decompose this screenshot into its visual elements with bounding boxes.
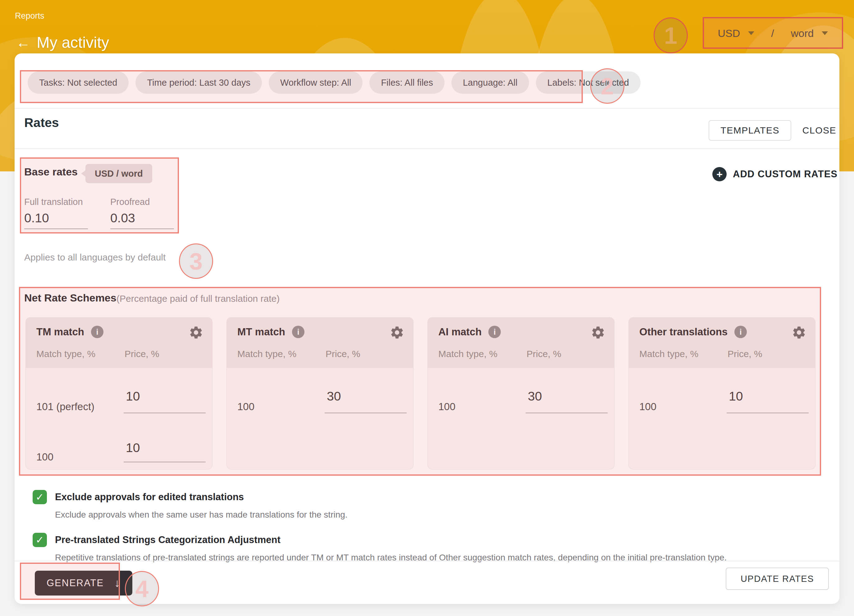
base-rates-title: Base rates [24, 166, 78, 178]
divider [15, 108, 839, 109]
scheme-title-row: TM matchi [37, 326, 104, 338]
base-rates-unit-badge: USD / word [85, 164, 152, 183]
net-rate-schemes-title: Net Rate Schemes [24, 292, 116, 304]
info-icon[interactable]: i [488, 326, 501, 338]
filter-chip[interactable]: Files: All files [369, 71, 445, 94]
filter-chip[interactable]: Workflow step: All [269, 71, 363, 94]
scheme-card: AI matchiMatch type, %Price, %10030 [427, 317, 615, 470]
filter-chip[interactable]: Time period: Last 30 days [136, 71, 262, 94]
match-type-value: 100 [237, 401, 255, 413]
scheme-card-header: Other translationsiMatch type, %Price, % [629, 318, 815, 368]
match-type-column-label: Match type, % [639, 349, 698, 359]
scheme-card-title: TM match [37, 326, 84, 338]
divider [15, 561, 839, 561]
scheme-card-title: AI match [438, 326, 482, 338]
info-icon[interactable]: i [734, 326, 747, 338]
match-type-value: 100 [639, 401, 656, 413]
full-translation-label: Full translation [24, 197, 88, 207]
close-button[interactable]: CLOSE [802, 120, 836, 141]
option-row: ✓Pre-translated Strings Categorization A… [33, 533, 814, 563]
price-column-label: Price, % [526, 349, 561, 359]
price-input[interactable]: 10 [729, 389, 743, 404]
match-type-column-label: Match type, % [237, 349, 296, 359]
update-rates-button[interactable]: UPDATE RATES [726, 567, 829, 590]
scheme-card: MT matchiMatch type, %Price, %10030 [226, 317, 413, 470]
filter-chip[interactable]: Tasks: Not selected [27, 71, 129, 94]
scheme-card-title: MT match [237, 326, 285, 338]
scheme-title-row: MT matchi [237, 326, 305, 338]
add-custom-rates-label: ADD CUSTOM RATES [733, 169, 837, 180]
templates-button[interactable]: TEMPLATES [709, 120, 791, 141]
match-type-column-label: Match type, % [37, 349, 95, 359]
price-input[interactable]: 30 [327, 389, 341, 404]
scheme-card-header: TM matchiMatch type, %Price, % [26, 318, 212, 368]
proofread-input[interactable]: 0.03 [110, 211, 174, 225]
input-underline [325, 413, 407, 413]
generate-button[interactable]: GENERATE ↓ [35, 571, 132, 596]
price-input[interactable]: 30 [528, 389, 542, 404]
unit-dropdown[interactable]: word [791, 27, 828, 40]
currency-dropdown[interactable]: USD [718, 27, 755, 40]
report-options: ✓Exclude approvals for edited translatio… [33, 490, 814, 576]
scheme-title-row: AI matchi [438, 326, 501, 338]
checkbox-checked-icon[interactable]: ✓ [33, 490, 47, 504]
unit-separator: / [771, 27, 774, 40]
download-arrow-icon: ↓ [114, 576, 120, 590]
match-type-column-label: Match type, % [438, 349, 497, 359]
gear-icon[interactable] [791, 325, 807, 340]
price-input[interactable]: 10 [126, 441, 140, 455]
price-column-label: Price, % [727, 349, 762, 359]
scheme-card: TM matchiMatch type, %Price, %101 (perfe… [26, 317, 212, 470]
option-label: Pre-translated Strings Categorization Ad… [55, 534, 281, 546]
generate-label: GENERATE [47, 578, 104, 589]
page-title: My activity [37, 33, 109, 52]
base-rates-note: Applies to all languages by default [24, 252, 166, 263]
filter-chips-row: Tasks: Not selectedTime period: Last 30 … [27, 71, 640, 94]
scheme-cards-row: TM matchiMatch type, %Price, %101 (perfe… [26, 317, 816, 470]
option-row: ✓Exclude approvals for edited translatio… [33, 490, 814, 520]
chevron-down-icon [822, 31, 828, 35]
checkbox-checked-icon[interactable]: ✓ [33, 533, 47, 547]
plus-icon: + [712, 167, 727, 181]
scheme-title-row: Other translationsi [639, 326, 747, 338]
input-underline [124, 413, 206, 413]
option-label: Exclude approvals for edited translation… [55, 491, 244, 503]
input-underline [526, 413, 608, 413]
add-custom-rates-button[interactable]: + ADD CUSTOM RATES [712, 167, 837, 181]
gear-icon[interactable] [390, 325, 404, 340]
match-type-value: 100 [37, 451, 53, 463]
input-underline [24, 228, 88, 229]
back-arrow-icon[interactable]: ← [16, 35, 30, 50]
report-unit-selector: USD / word [703, 18, 843, 49]
info-icon[interactable]: i [292, 326, 305, 338]
rates-card: Tasks: Not selectedTime period: Last 30 … [15, 53, 839, 604]
gear-icon[interactable] [189, 325, 203, 340]
scheme-card-header: AI matchiMatch type, %Price, % [428, 318, 614, 368]
divider [15, 148, 839, 149]
gear-icon[interactable] [590, 325, 605, 340]
filter-chip[interactable]: Language: All [451, 71, 529, 94]
match-type-value: 100 [438, 401, 455, 413]
chevron-down-icon [748, 31, 754, 35]
full-translation-field: Full translation 0.10 [24, 197, 88, 225]
proofread-label: Proofread [110, 197, 174, 207]
reports-page: Reports ← My activity USD / word Tasks: … [0, 0, 854, 616]
proofread-field: Proofread 0.03 [110, 197, 174, 225]
input-underline [727, 413, 809, 413]
page-title-row: ← My activity [16, 33, 109, 52]
breadcrumb[interactable]: Reports [15, 11, 44, 21]
full-translation-input[interactable]: 0.10 [24, 211, 88, 225]
scheme-card-title: Other translations [639, 326, 727, 338]
match-type-value: 101 (perfect) [37, 401, 95, 413]
option-toggle[interactable]: ✓Exclude approvals for edited translatio… [33, 490, 814, 504]
filter-chip[interactable]: Labels: Not selected [536, 71, 640, 94]
unit-value: word [791, 27, 814, 40]
price-input[interactable]: 10 [126, 389, 140, 404]
option-toggle[interactable]: ✓Pre-translated Strings Categorization A… [33, 533, 814, 547]
info-icon[interactable]: i [91, 326, 104, 338]
currency-value: USD [718, 27, 740, 40]
input-underline [110, 228, 174, 229]
net-rate-schemes-subtitle: (Percentage paid of full translation rat… [116, 294, 280, 304]
option-description: Exclude approvals when the same user has… [55, 510, 814, 520]
rates-title: Rates [24, 116, 59, 130]
